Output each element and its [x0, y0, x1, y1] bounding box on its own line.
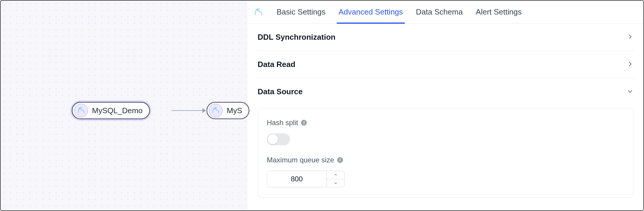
toggle-knob	[268, 134, 278, 144]
info-icon[interactable]: i	[337, 157, 343, 163]
svg-point-2	[257, 10, 258, 11]
tab-basic-settings[interactable]: Basic Settings	[277, 1, 326, 23]
tab-advanced-settings[interactable]: Advanced Settings	[339, 1, 403, 23]
hash-split-field: Hash split i	[267, 119, 624, 145]
chevron-right-icon	[627, 61, 633, 68]
stepper-buttons	[326, 171, 345, 187]
edge-arrow	[202, 108, 206, 113]
node-label: MySQL_Demo	[92, 106, 143, 115]
hash-split-label-text: Hash split	[267, 119, 298, 127]
info-icon[interactable]: i	[301, 120, 307, 126]
svg-point-0	[80, 109, 80, 109]
panel-body: DDL Synchronization Data Read Data Sourc…	[248, 24, 643, 210]
section-data-read[interactable]: Data Read	[256, 51, 635, 78]
node-mysql-demo[interactable]: MySQL_Demo	[72, 102, 150, 119]
node-label: MyS	[227, 106, 242, 115]
settings-panel: Basic Settings Advanced Settings Data Sc…	[248, 1, 643, 210]
tab-data-schema[interactable]: Data Schema	[416, 1, 463, 23]
step-up-button[interactable]	[327, 171, 345, 179]
max-queue-field: Maximum queue size i	[267, 156, 624, 187]
flow-canvas[interactable]: MySQL_Demo MyS	[1, 1, 248, 210]
chevron-down-icon	[627, 88, 633, 96]
tab-alert-settings[interactable]: Alert Settings	[476, 1, 522, 23]
tabs-bar: Basic Settings Advanced Settings Data Sc…	[248, 1, 643, 24]
data-source-card: Hash split i Maximum queue size i	[258, 108, 633, 198]
field-label: Hash split i	[267, 119, 624, 127]
node-mysql-target[interactable]: MyS	[207, 102, 249, 119]
section-data-source[interactable]: Data Source	[256, 78, 635, 105]
max-queue-stepper	[267, 171, 345, 187]
svg-point-1	[214, 109, 215, 109]
section-title: DDL Synchronization	[258, 33, 335, 42]
section-ddl-sync[interactable]: DDL Synchronization	[256, 24, 635, 51]
chevron-right-icon	[627, 33, 633, 41]
field-label: Maximum queue size i	[267, 156, 624, 164]
step-down-button[interactable]	[327, 179, 345, 187]
edge-line	[172, 110, 204, 111]
mysql-icon	[253, 7, 264, 17]
section-title: Data Source	[258, 87, 303, 96]
mysql-icon	[209, 104, 223, 117]
hash-split-toggle[interactable]	[267, 133, 290, 145]
max-queue-input[interactable]	[267, 171, 326, 187]
max-queue-label-text: Maximum queue size	[267, 156, 334, 164]
mysql-icon	[74, 104, 88, 117]
section-title: Data Read	[258, 60, 295, 69]
